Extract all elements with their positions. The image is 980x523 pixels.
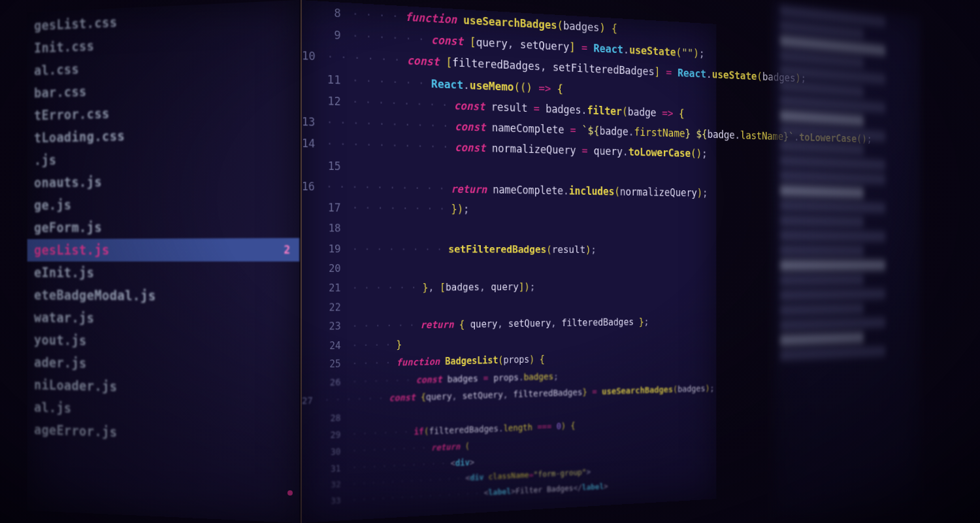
line-number: 28: [302, 409, 352, 428]
line-number: 14: [302, 133, 327, 155]
line-number: 27: [302, 392, 324, 411]
file-tree-item[interactable]: onauts.js: [27, 167, 299, 194]
code-line[interactable]: 20: [302, 259, 716, 278]
code-line[interactable]: 21· · · · · · }, [badges, query]);: [302, 277, 716, 299]
file-explorer[interactable]: gesList.cssInit.cssal.cssbar.csstError.c…: [27, 0, 299, 523]
line-number: 8: [302, 0, 352, 25]
file-tree-item[interactable]: eteBadgeModal.js: [27, 284, 299, 309]
code-content[interactable]: · · · · · · }, [badges, query]);: [352, 277, 717, 298]
line-number: 19: [302, 239, 352, 259]
line-number: 25: [302, 355, 352, 375]
line-number: 11: [302, 67, 352, 92]
line-number: 29: [302, 426, 352, 445]
minimap-panel: [772, 0, 921, 523]
line-number: 20: [302, 259, 352, 278]
line-number: 31: [302, 460, 352, 479]
line-number: 22: [302, 298, 352, 318]
modified-count-badge: 2: [284, 243, 290, 256]
code-line[interactable]: 19· · · · · · · · setFilteredBadges(resu…: [302, 239, 716, 260]
line-number: 26: [302, 373, 352, 392]
line-number: 16: [302, 176, 326, 197]
line-number: 10: [302, 44, 327, 68]
code-content[interactable]: · · · · · · · · setFilteredBadges(result…: [352, 239, 717, 259]
line-number: 9: [302, 22, 352, 47]
line-number: 24: [302, 336, 352, 356]
file-tree-item[interactable]: geForm.js: [27, 214, 299, 239]
line-number: 18: [302, 218, 352, 239]
file-tree-item[interactable]: ge.js: [27, 191, 299, 216]
line-number: 15: [302, 155, 352, 177]
line-number: 17: [302, 197, 352, 218]
line-number: 21: [302, 278, 352, 299]
code-editor[interactable]: 8· · · · function useSearchBadges(badges…: [301, 0, 716, 523]
line-number: 12: [302, 90, 352, 113]
line-number: 13: [302, 111, 327, 133]
line-number: 33: [302, 492, 352, 511]
file-tree-item[interactable]: gesList.js2: [27, 238, 299, 262]
line-number: 30: [302, 443, 352, 462]
modified-indicator-icon: [287, 490, 293, 496]
file-tree-item[interactable]: eInit.js: [27, 262, 299, 285]
line-number: 23: [302, 317, 352, 337]
file-tree-item[interactable]: watar.js: [27, 307, 299, 332]
